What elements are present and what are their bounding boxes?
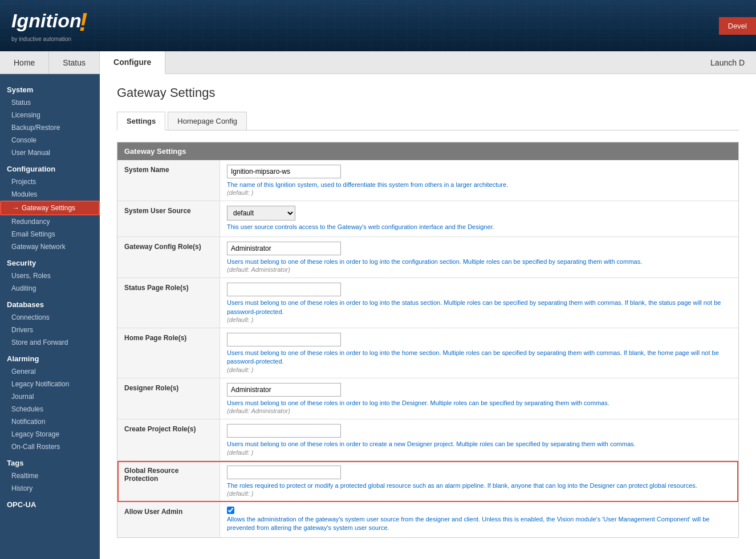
settings-row-system-name: System Name The name of this Ignition sy… xyxy=(117,160,738,201)
settings-row-status-role: Status Page Role(s) Users must belong to… xyxy=(117,278,738,328)
sidebar-item-legacy-storage[interactable]: Legacy Storage xyxy=(0,428,100,440)
settings-value-home-role: Users must belong to one of these roles … xyxy=(220,328,738,378)
tab-bar: Settings Homepage Config xyxy=(117,112,739,130)
logo: Ignition ! by inductive automation xyxy=(11,10,87,42)
sidebar-item-user-manual[interactable]: User Manual xyxy=(0,146,100,159)
settings-label-config-role: Gateway Config Role(s) xyxy=(117,237,220,278)
settings-desc-config-role: Users must belong to one of these roles … xyxy=(227,258,731,266)
sidebar-section-configuration: Configuration xyxy=(0,159,100,176)
settings-desc-user-source: This user source controls access to the … xyxy=(227,223,731,231)
sidebar-item-alarming-general[interactable]: General xyxy=(0,365,100,378)
settings-value-config-role: Users must belong to one of these roles … xyxy=(220,237,738,278)
sidebar-item-status[interactable]: Status xyxy=(0,96,100,109)
header: Ignition ! by inductive automation Devel xyxy=(0,0,756,51)
tab-homepage-config[interactable]: Homepage Config xyxy=(168,112,247,130)
sidebar-section-opc-ua: OPC-UA xyxy=(0,495,100,511)
main-content: Gateway Settings Settings Homepage Confi… xyxy=(100,74,756,559)
settings-row-home-role: Home Page Role(s) Users must belong to o… xyxy=(117,328,738,378)
navbar: Home Status Configure Launch D xyxy=(0,51,756,74)
settings-label-home-role: Home Page Role(s) xyxy=(117,328,220,378)
settings-desc-home-role: Users must belong to one of these roles … xyxy=(227,349,731,366)
settings-label-global-resource: Global Resource Protection xyxy=(117,461,220,501)
settings-row-create-project-role: Create Project Role(s) Users must belong… xyxy=(117,419,738,460)
sidebar-item-console[interactable]: Console xyxy=(0,134,100,146)
settings-row-global-resource: Global Resource Protection The roles req… xyxy=(117,461,738,502)
tab-settings[interactable]: Settings xyxy=(117,112,165,130)
sidebar-item-connections[interactable]: Connections xyxy=(0,311,100,324)
create-project-role-input[interactable] xyxy=(227,424,341,438)
user-source-select[interactable]: default xyxy=(227,206,295,221)
settings-value-allow-user-admin: Allows the administration of the gateway… xyxy=(220,502,738,537)
settings-default-create-project-role: (default: ) xyxy=(227,449,731,456)
sidebar-item-drivers[interactable]: Drivers xyxy=(0,324,100,336)
settings-value-create-project-role: Users must belong to one of these roles … xyxy=(220,419,738,460)
sidebar: System Status Licensing Backup/Restore C… xyxy=(0,74,100,559)
sidebar-item-schedules[interactable]: Schedules xyxy=(0,403,100,415)
nav-tab-configure[interactable]: Configure xyxy=(100,51,165,74)
logo-text: Ignition xyxy=(11,10,82,32)
sidebar-item-backup[interactable]: Backup/Restore xyxy=(0,121,100,134)
settings-label-create-project-role: Create Project Role(s) xyxy=(117,419,220,460)
logo-sub: by inductive automation xyxy=(11,36,87,42)
settings-desc-status-role: Users must belong to one of these roles … xyxy=(227,299,731,316)
sidebar-item-gateway-network[interactable]: Gateway Network xyxy=(0,240,100,253)
settings-default-home-role: (default: ) xyxy=(227,366,731,373)
settings-value-user-source: default This user source controls access… xyxy=(220,201,738,236)
sidebar-item-legacy-notification[interactable]: Legacy Notification xyxy=(0,378,100,390)
settings-row-designer-role: Designer Role(s) Users must belong to on… xyxy=(117,378,738,419)
devel-button[interactable]: Devel xyxy=(719,17,756,35)
global-resource-input[interactable] xyxy=(227,466,341,479)
status-role-input[interactable] xyxy=(227,283,341,296)
sidebar-item-redundancy[interactable]: Redundancy xyxy=(0,215,100,228)
sidebar-item-gateway-settings[interactable]: Gateway Settings xyxy=(0,201,100,215)
sidebar-item-projects[interactable]: Projects xyxy=(0,176,100,188)
settings-desc-create-project-role: Users must belong to one of these roles … xyxy=(227,440,731,448)
sidebar-item-on-call-rosters[interactable]: On-Call Rosters xyxy=(0,440,100,453)
settings-value-global-resource: The roles required to protect or modify … xyxy=(220,461,738,501)
system-name-input[interactable] xyxy=(227,165,341,178)
sidebar-item-licensing[interactable]: Licensing xyxy=(0,109,100,121)
home-role-input[interactable] xyxy=(227,333,341,346)
sidebar-section-databases: Databases xyxy=(0,295,100,311)
settings-desc-system-name: The name of this Ignition system, used t… xyxy=(227,181,731,189)
settings-value-designer-role: Users must belong to one of these roles … xyxy=(220,378,738,419)
settings-row-user-source: System User Source default This user sou… xyxy=(117,201,738,236)
sidebar-item-notification[interactable]: Notification xyxy=(0,415,100,428)
config-role-input[interactable] xyxy=(227,242,341,255)
sidebar-item-store-forward[interactable]: Store and Forward xyxy=(0,336,100,349)
settings-desc-allow-user-admin: Allows the administration of the gateway… xyxy=(227,515,731,533)
nav-tab-home[interactable]: Home xyxy=(0,51,49,74)
checkbox-row-allow-user-admin xyxy=(227,507,731,514)
allow-user-admin-checkbox[interactable] xyxy=(227,507,234,514)
sidebar-item-auditing[interactable]: Auditing xyxy=(0,282,100,295)
sidebar-item-realtime[interactable]: Realtime xyxy=(0,470,100,482)
settings-default-status-role: (default: ) xyxy=(227,316,731,323)
sidebar-section-system: System xyxy=(0,80,100,96)
logo-exclaim: ! xyxy=(79,10,88,35)
nav-tab-status[interactable]: Status xyxy=(49,51,100,74)
sidebar-section-security: Security xyxy=(0,253,100,270)
page-title: Gateway Settings xyxy=(117,85,739,100)
settings-table: Gateway Settings System Name The name of… xyxy=(117,142,739,538)
settings-row-allow-user-admin: Allow User Admin Allows the administrati… xyxy=(117,502,738,537)
sidebar-item-users-roles[interactable]: Users, Roles xyxy=(0,270,100,282)
nav-launch[interactable]: Launch D xyxy=(699,51,756,74)
settings-label-allow-user-admin: Allow User Admin xyxy=(117,502,220,537)
designer-role-input[interactable] xyxy=(227,383,341,397)
settings-row-config-role: Gateway Config Role(s) Users must belong… xyxy=(117,237,738,278)
settings-value-status-role: Users must belong to one of these roles … xyxy=(220,278,738,328)
settings-label-designer-role: Designer Role(s) xyxy=(117,378,220,419)
sidebar-section-tags: Tags xyxy=(0,453,100,470)
settings-value-system-name: The name of this Ignition system, used t… xyxy=(220,160,738,201)
settings-desc-designer-role: Users must belong to one of these roles … xyxy=(227,399,731,407)
settings-label-status-role: Status Page Role(s) xyxy=(117,278,220,328)
settings-default-system-name: (default: ) xyxy=(227,189,731,196)
settings-label-user-source: System User Source xyxy=(117,201,220,236)
sidebar-item-journal[interactable]: Journal xyxy=(0,390,100,403)
sidebar-item-history[interactable]: History xyxy=(0,482,100,495)
sidebar-item-email-settings[interactable]: Email Settings xyxy=(0,228,100,240)
settings-table-header: Gateway Settings xyxy=(117,142,738,160)
sidebar-item-modules[interactable]: Modules xyxy=(0,188,100,201)
settings-label-system-name: System Name xyxy=(117,160,220,201)
sidebar-section-alarming: Alarming xyxy=(0,349,100,365)
